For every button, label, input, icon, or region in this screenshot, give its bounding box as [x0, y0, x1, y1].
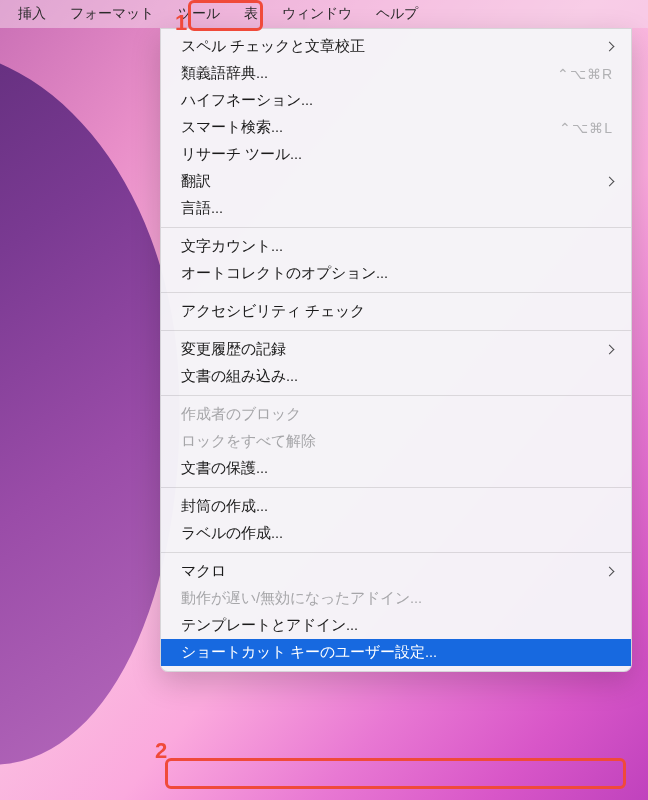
chevron-right-icon — [606, 344, 613, 355]
menu-item-label: リサーチ ツール... — [181, 145, 302, 164]
menu-item[interactable]: 言語... — [161, 195, 631, 222]
menu-item-label: 言語... — [181, 199, 223, 218]
chevron-right-icon — [606, 176, 613, 187]
menu-item: 動作が遅い/無効になったアドイン... — [161, 585, 631, 612]
menu-item[interactable]: 文字カウント... — [161, 233, 631, 260]
menu-shortcut: ⌃⌥⌘R — [557, 66, 613, 82]
menu-item[interactable]: 翻訳 — [161, 168, 631, 195]
menu-item-trailing — [606, 344, 613, 355]
menu-item[interactable]: リサーチ ツール... — [161, 141, 631, 168]
menu-item-trailing — [606, 566, 613, 577]
chevron-right-icon — [606, 41, 613, 52]
menu-item-label: スマート検索... — [181, 118, 283, 137]
menubar: 挿入 フォーマット ツール 表 ウィンドウ ヘルプ — [0, 0, 648, 28]
menu-item[interactable]: 文書の組み込み... — [161, 363, 631, 390]
annotation-highlight-1 — [188, 0, 263, 31]
menu-item[interactable]: オートコレクトのオプション... — [161, 260, 631, 287]
menu-item[interactable]: 文書の保護... — [161, 455, 631, 482]
menubar-item-insert[interactable]: 挿入 — [6, 1, 58, 27]
menu-item-trailing — [606, 41, 613, 52]
menu-item-label: オートコレクトのオプション... — [181, 264, 388, 283]
menu-item: ロックをすべて解除 — [161, 428, 631, 455]
menu-item[interactable]: ハイフネーション... — [161, 87, 631, 114]
menu-item-trailing: ⌃⌥⌘L — [559, 120, 613, 136]
menu-separator — [161, 292, 631, 293]
menu-separator — [161, 395, 631, 396]
menu-item-label: ショートカット キーのユーザー設定... — [181, 643, 437, 662]
menu-item-label: マクロ — [181, 562, 226, 581]
menu-item: 作成者のブロック — [161, 401, 631, 428]
menu-item[interactable]: スペル チェックと文章校正 — [161, 33, 631, 60]
menubar-item-help[interactable]: ヘルプ — [364, 1, 430, 27]
menu-item-label: スペル チェックと文章校正 — [181, 37, 365, 56]
menu-item-label: 文字カウント... — [181, 237, 283, 256]
menu-item[interactable]: 類義語辞典...⌃⌥⌘R — [161, 60, 631, 87]
menu-item-label: 翻訳 — [181, 172, 211, 191]
menu-separator — [161, 552, 631, 553]
menubar-item-window[interactable]: ウィンドウ — [270, 1, 364, 27]
menu-item-label: ハイフネーション... — [181, 91, 313, 110]
menu-item[interactable]: 封筒の作成... — [161, 493, 631, 520]
menu-item-label: ラベルの作成... — [181, 524, 283, 543]
menu-item-label: 変更履歴の記録 — [181, 340, 286, 359]
annotation-highlight-2 — [165, 758, 626, 789]
menu-shortcut: ⌃⌥⌘L — [559, 120, 613, 136]
menu-item[interactable]: アクセシビリティ チェック — [161, 298, 631, 325]
menu-item[interactable]: ショートカット キーのユーザー設定... — [161, 639, 631, 666]
chevron-right-icon — [606, 566, 613, 577]
menu-item[interactable]: スマート検索...⌃⌥⌘L — [161, 114, 631, 141]
annotation-number-1: 1 — [175, 10, 187, 36]
menu-item-label: 作成者のブロック — [181, 405, 301, 424]
menu-separator — [161, 330, 631, 331]
menu-item-trailing: ⌃⌥⌘R — [557, 66, 613, 82]
tools-dropdown-menu: スペル チェックと文章校正類義語辞典...⌃⌥⌘Rハイフネーション...スマート… — [160, 28, 632, 672]
menubar-item-format[interactable]: フォーマット — [58, 1, 166, 27]
menu-item-label: アクセシビリティ チェック — [181, 302, 365, 321]
menu-item-label: 文書の組み込み... — [181, 367, 298, 386]
annotation-number-2: 2 — [155, 738, 167, 764]
menu-item-label: 文書の保護... — [181, 459, 268, 478]
menu-item[interactable]: 変更履歴の記録 — [161, 336, 631, 363]
menu-item-trailing — [606, 176, 613, 187]
menu-item-label: テンプレートとアドイン... — [181, 616, 358, 635]
menu-item[interactable]: ラベルの作成... — [161, 520, 631, 547]
menu-item[interactable]: マクロ — [161, 558, 631, 585]
menu-separator — [161, 227, 631, 228]
menu-item-label: 封筒の作成... — [181, 497, 268, 516]
menu-item[interactable]: テンプレートとアドイン... — [161, 612, 631, 639]
menu-item-label: 類義語辞典... — [181, 64, 268, 83]
menu-item-label: ロックをすべて解除 — [181, 432, 316, 451]
menu-separator — [161, 487, 631, 488]
menu-item-label: 動作が遅い/無効になったアドイン... — [181, 589, 422, 608]
